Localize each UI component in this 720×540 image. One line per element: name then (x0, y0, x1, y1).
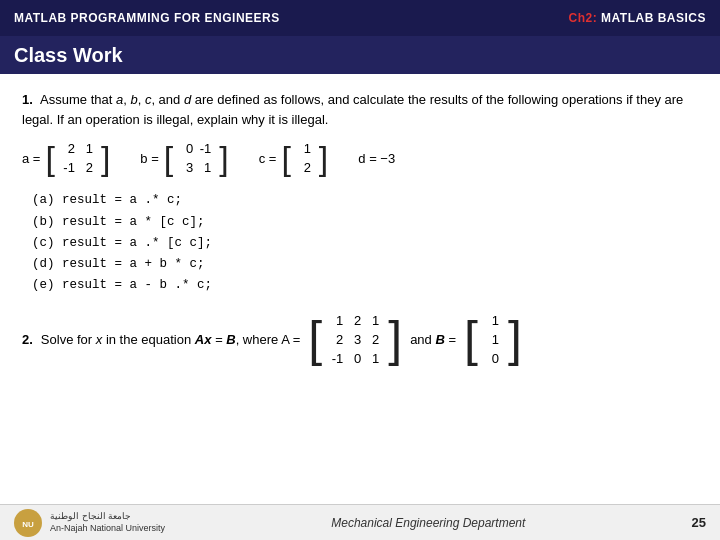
code-line-b: (b) result = a * [c c]; (32, 212, 698, 233)
svg-text:NU: NU (22, 520, 34, 529)
main-content: 1. Assume that a, b, c, and d are define… (0, 74, 720, 494)
matrix-A-table: 121 232 -101 (325, 311, 385, 370)
code-label-a: (a) (32, 190, 56, 211)
matrix-B-table: 1 1 0 (481, 311, 505, 370)
code-label-c: (c) (32, 233, 56, 254)
problem-1-text: 1. Assume that a, b, c, and d are define… (22, 90, 698, 129)
bracket-right-A: ] (388, 317, 402, 362)
header: MATLAB PROGRAMMING FOR ENGINEERS Ch2: MA… (0, 0, 720, 36)
logo-icon: NU (17, 512, 39, 534)
code-label-d: (d) (32, 254, 56, 275)
bracket-right-a: ] (101, 143, 110, 174)
matrix-c: [ 1 2 ] (281, 139, 328, 178)
code-text-c: result = a .* [c c]; (62, 233, 212, 254)
matrix-c-expr: c = [ 1 2 ] (259, 139, 329, 178)
code-label-e: (e) (32, 275, 56, 296)
header-title-right: Ch2: MATLAB BASICS (569, 11, 706, 25)
matrix-definitions-row: a = [ 21 -12 ] b = [ 0-1 31 (22, 139, 698, 178)
matrix-b-label: b = (140, 151, 158, 166)
university-name: جامعة النجاح الوطنية An-Najah National U… (50, 511, 165, 534)
bracket-left-A: [ (308, 317, 322, 362)
bracket-right-b: ] (219, 143, 228, 174)
matrix-a-expr: a = [ 21 -12 ] (22, 139, 110, 178)
code-label-b: (b) (32, 212, 56, 233)
code-line-e: (e) result = a - b .* c; (32, 275, 698, 296)
header-chapter: Ch2: (569, 11, 602, 25)
matrix-b-table: 0-1 31 (175, 139, 217, 178)
problem-1-number: 1. (22, 92, 40, 107)
header-section: MATLAB BASICS (601, 11, 706, 25)
bracket-left-B: [ (464, 317, 478, 362)
matrix-a-label: a = (22, 151, 40, 166)
footer-logo-area: NU جامعة النجاح الوطنية An-Najah Nationa… (14, 509, 165, 537)
bracket-left-a: [ (45, 143, 54, 174)
matrix-B-large: [ 1 1 0 ] (464, 311, 522, 370)
section-title: Class Work (0, 36, 720, 74)
matrix-c-label: c = (259, 151, 277, 166)
code-text-b: result = a * [c c]; (62, 212, 205, 233)
code-text-e: result = a - b .* c; (62, 275, 212, 296)
matrix-A-large: [ 121 232 -101 ] (308, 311, 402, 370)
footer-page-number: 25 (692, 515, 706, 530)
and-B-label: and B = (410, 332, 456, 347)
matrix-a-table: 21 -12 (57, 139, 99, 178)
matrix-d-expr: d = −3 (358, 151, 395, 166)
matrix-a: [ 21 -12 ] (45, 139, 110, 178)
bracket-right-c: ] (319, 143, 328, 174)
code-text-a: result = a .* c; (62, 190, 182, 211)
matrix-b-expr: b = [ 0-1 31 ] (140, 139, 228, 178)
footer: NU جامعة النجاح الوطنية An-Najah Nationa… (0, 504, 720, 540)
matrix-c-table: 1 2 (293, 139, 317, 178)
footer-department: Mechanical Engineering Department (331, 516, 525, 530)
problem-2-text: Solve for x in the equation Ax = B, wher… (41, 332, 300, 347)
university-logo: NU (14, 509, 42, 537)
problem-2-number: 2. (22, 332, 33, 347)
problem-1: 1. Assume that a, b, c, and d are define… (22, 90, 698, 297)
code-line-d: (d) result = a + b * c; (32, 254, 698, 275)
matrix-d-label: d = −3 (358, 151, 395, 166)
code-line-c: (c) result = a .* [c c]; (32, 233, 698, 254)
header-title-left: MATLAB PROGRAMMING FOR ENGINEERS (14, 11, 280, 25)
code-block: (a) result = a .* c; (b) result = a * [c… (32, 190, 698, 296)
bracket-left-b: [ (164, 143, 173, 174)
matrix-b: [ 0-1 31 ] (164, 139, 229, 178)
bracket-right-B: ] (508, 317, 522, 362)
problem-2: 2. Solve for x in the equation Ax = B, w… (22, 311, 698, 370)
code-text-d: result = a + b * c; (62, 254, 205, 275)
code-line-a: (a) result = a .* c; (32, 190, 698, 211)
bracket-left-c: [ (281, 143, 290, 174)
